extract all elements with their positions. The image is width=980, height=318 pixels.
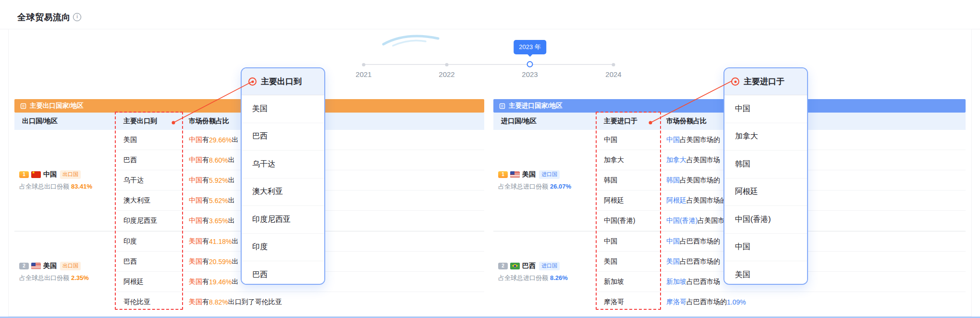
col-header-import-src: 主要进口于 xyxy=(596,117,659,126)
share-text-part: 8.82% xyxy=(209,298,228,306)
country-cell: 2巴西进口国占全球总进口份额8.26% xyxy=(493,231,596,311)
timeline-year-2022[interactable]: 2022 xyxy=(439,70,454,78)
col-header-exporter: 出口国/地区 xyxy=(14,117,116,126)
market-share-cell: 中国有 3.65% 出 xyxy=(181,211,484,231)
partner-cell: 美国 xyxy=(116,130,181,150)
share-text-part: 有 xyxy=(202,257,209,266)
share-text-part: 1.09% xyxy=(727,298,746,306)
share-text-part: 占美国市场的 xyxy=(680,176,720,185)
partner-cell: 哥伦比亚 xyxy=(116,292,181,311)
popup-list-item[interactable]: 中国 xyxy=(724,95,807,123)
timeline-point-2023[interactable] xyxy=(527,61,533,67)
popup-list-item[interactable]: 乌干达 xyxy=(242,151,324,178)
market-share-cell: 美国有 41.18% 出 xyxy=(181,231,484,252)
share-text-part: 有 xyxy=(202,216,209,225)
col-header-export-share: 市场份额占比 xyxy=(181,117,484,126)
share-text-part: 出 xyxy=(232,278,238,286)
timeline-year-2021[interactable]: 2021 xyxy=(355,70,371,78)
share-text-part: 有 xyxy=(202,237,209,246)
share-text-part: 出 xyxy=(228,156,235,165)
market-share-cell: 中国占巴西市场的 xyxy=(659,231,966,252)
country-name: 美国 xyxy=(522,170,536,179)
share-text-part: 中国 xyxy=(189,216,202,225)
export-popup-title: 主要出口到 xyxy=(261,76,302,87)
popup-list-item[interactable]: 韩国 xyxy=(724,151,807,178)
market-share-cell: 美国有 8.82% 出口到了哥伦比亚 xyxy=(181,292,484,311)
share-text-part: 新加坡 xyxy=(666,278,686,286)
share-text-part: 41.18% xyxy=(209,238,232,245)
global-share-label: 占全球总出口份额 xyxy=(19,274,69,281)
export-popup-header: 主要出口到 xyxy=(242,68,324,95)
popup-list-item[interactable]: 阿根廷 xyxy=(724,178,807,206)
market-share-cell: 摩洛哥占巴西市场的 1.09% xyxy=(659,292,966,311)
share-text-part: 美国 xyxy=(189,298,202,306)
us-flag-icon xyxy=(31,263,41,269)
popup-list-item[interactable]: 巴西 xyxy=(242,123,324,151)
country-name: 中国 xyxy=(43,170,57,179)
export-table-title: 主要出口国家/地区 xyxy=(30,102,84,110)
timeline-track[interactable] xyxy=(364,64,613,65)
share-text-part: 占巴西市场的 xyxy=(686,298,727,306)
global-share-label: 占全球总进口份额 xyxy=(498,183,548,190)
share-text-part: 有 xyxy=(202,196,209,205)
popup-list-item[interactable]: 加拿大 xyxy=(724,123,807,151)
popup-list-item[interactable]: 澳大利亚 xyxy=(242,178,324,206)
partner-cell: 中国 xyxy=(596,130,659,150)
country-cell: 1美国进口国占全球总进口份额26.07% xyxy=(493,130,596,231)
list-icon xyxy=(499,103,505,109)
share-text-part: 美国 xyxy=(189,257,202,266)
popup-list-item[interactable]: 美国 xyxy=(242,95,324,123)
market-share-cell: 美国占巴西市场的 xyxy=(659,252,966,272)
global-share-pct: 8.26% xyxy=(550,274,568,281)
country-info-line: 1美国进口国 xyxy=(498,170,596,179)
share-text-part: 占美国市场的 xyxy=(680,136,720,144)
share-text-part: 有 xyxy=(202,176,209,185)
market-share-cell: 中国有 29.66% 出 xyxy=(181,130,484,150)
partner-cell: 阿根廷 xyxy=(596,191,659,211)
country-info-line: 2美国出口国 xyxy=(19,262,116,270)
export-popup-list: 美国巴西乌干达澳大利亚印度尼西亚印度巴西 xyxy=(242,95,324,285)
partner-cell: 阿根廷 xyxy=(116,272,181,292)
market-share-cell: 中国有 8.60% 出 xyxy=(181,150,484,170)
country-name: 巴西 xyxy=(522,262,536,270)
popup-list-item[interactable]: 印度 xyxy=(242,234,324,262)
popup-list-item[interactable]: 美国 xyxy=(724,261,807,285)
popup-list-item[interactable]: 中国(香港) xyxy=(724,206,807,234)
partner-cell: 巴西 xyxy=(116,252,181,272)
rank-badge: 1 xyxy=(498,171,508,178)
share-text-part: 出 xyxy=(228,216,235,225)
share-text-part: 中国 xyxy=(189,156,202,165)
global-share-text: 占全球总出口份额2.35% xyxy=(19,274,116,282)
timeline-point-2024[interactable] xyxy=(612,63,615,66)
page-title: 全球贸易流向 xyxy=(17,12,71,23)
country-info-line: 1中国出口国 xyxy=(19,170,116,179)
share-text-part: 韩国 xyxy=(666,176,680,185)
market-share-cell: 中国(香港)占美国市 xyxy=(659,211,966,231)
partner-cell: 中国(香港) xyxy=(596,211,659,231)
market-share-cell: 加拿大占美国市场 xyxy=(659,150,966,170)
share-text-part: 美国 xyxy=(189,278,202,286)
share-text-part: 5.92% xyxy=(209,177,228,184)
popup-list-item[interactable]: 印度尼西亚 xyxy=(242,206,324,234)
country-info-line: 2巴西进口国 xyxy=(498,262,596,270)
popup-list-item[interactable]: 中国 xyxy=(724,234,807,262)
country-name: 美国 xyxy=(43,262,57,270)
us-flag-icon xyxy=(510,171,520,178)
timeline-point-2022[interactable] xyxy=(445,63,449,66)
global-share-text: 占全球总进口份额8.26% xyxy=(498,274,596,282)
country-cell: 2美国出口国占全球总出口份额2.35% xyxy=(14,231,116,311)
rank-badge: 1 xyxy=(19,171,29,178)
share-text-part: 出 xyxy=(232,257,238,266)
global-share-text: 占全球总进口份额26.07% xyxy=(498,182,596,191)
timeline-year-2023[interactable]: 2023 xyxy=(522,70,538,78)
global-share-label: 占全球总出口份额 xyxy=(19,183,69,190)
partner-cell: 韩国 xyxy=(596,170,659,191)
timeline-year-2024[interactable]: 2024 xyxy=(605,70,621,78)
timeline-point-2021[interactable] xyxy=(362,63,366,66)
market-share-cell: 新加坡占巴西市场 xyxy=(659,272,966,292)
info-icon[interactable]: i xyxy=(73,13,81,21)
popup-list-item[interactable]: 巴西 xyxy=(242,261,324,285)
partner-cell: 印度 xyxy=(116,231,181,252)
country-role-badge: 出口国 xyxy=(60,170,81,179)
share-text-part: 摩洛哥 xyxy=(666,298,686,306)
